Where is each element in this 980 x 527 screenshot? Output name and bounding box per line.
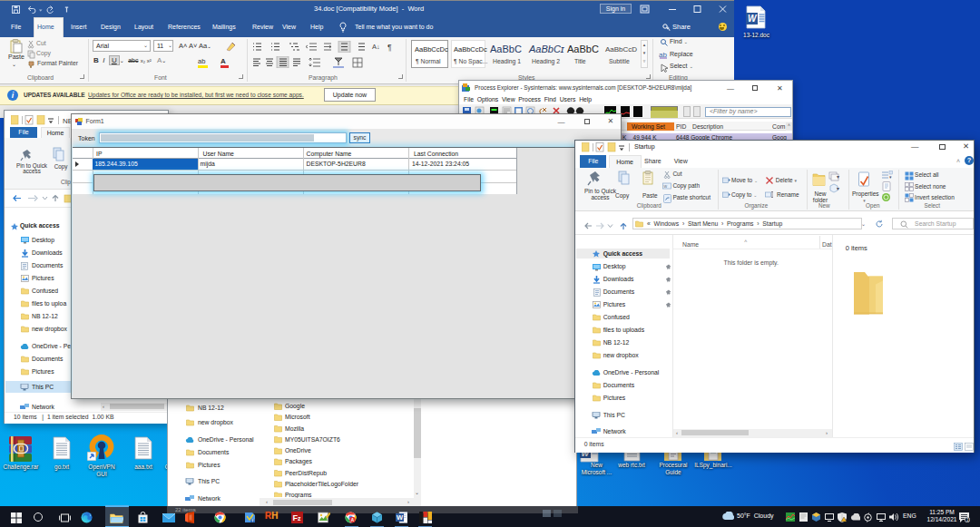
svg-text:A↓: A↓: [372, 43, 380, 51]
svg-text:W: W: [748, 14, 758, 24]
svg-text:▾: ▾: [889, 174, 892, 180]
svg-text:w: w: [664, 183, 668, 189]
svg-text:Fz: Fz: [293, 513, 302, 522]
svg-text:W: W: [397, 513, 404, 522]
svg-text:▾: ▾: [837, 186, 839, 191]
svg-text:!: !: [846, 517, 847, 522]
svg-text:▾: ▾: [837, 174, 839, 180]
svg-text:¶: ¶: [387, 43, 392, 52]
